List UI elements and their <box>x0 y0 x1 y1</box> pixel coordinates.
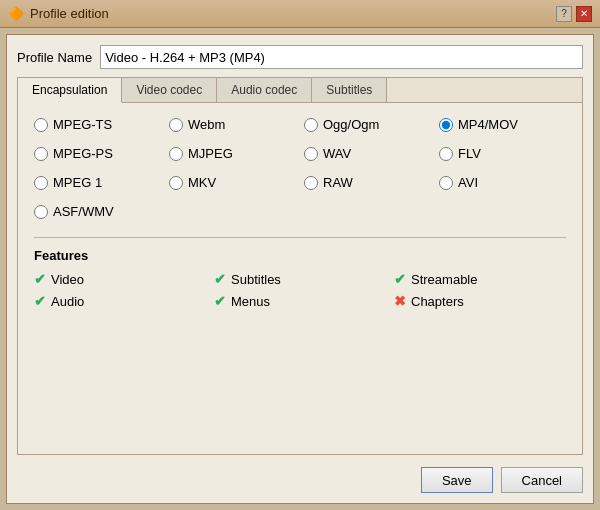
radio-mpeg-ps[interactable]: MPEG-PS <box>34 146 161 161</box>
feature-label-streamable: Streamable <box>411 272 477 287</box>
radio-webm[interactable]: Webm <box>169 117 296 132</box>
profile-name-label: Profile Name <box>17 50 92 65</box>
radio-raw[interactable]: RAW <box>304 175 431 190</box>
dialog-body: Profile Name Encapsulation Video codec A… <box>6 34 594 504</box>
radio-ogg-ogm[interactable]: Ogg/Ogm <box>304 117 431 132</box>
tab-bar: Encapsulation Video codec Audio codec Su… <box>18 78 582 103</box>
check-icon-video: ✔ <box>34 271 46 287</box>
vlc-icon: 🔶 <box>8 6 24 22</box>
radio-mp4-mov[interactable]: MP4/MOV <box>439 117 566 132</box>
check-icon-menus: ✔ <box>214 293 226 309</box>
feature-video: ✔ Video <box>34 271 206 287</box>
cross-icon-chapters: ✖ <box>394 293 406 309</box>
radio-mpeg-ts[interactable]: MPEG-TS <box>34 117 161 132</box>
close-button[interactable]: ✕ <box>576 6 592 22</box>
feature-label-subtitles: Subtitles <box>231 272 281 287</box>
radio-mpeg1[interactable]: MPEG 1 <box>34 175 161 190</box>
feature-subtitles: ✔ Subtitles <box>214 271 386 287</box>
features-grid: ✔ Video ✔ Subtitles ✔ Streamable <box>34 271 566 309</box>
tabs-container: Encapsulation Video codec Audio codec Su… <box>17 77 583 455</box>
feature-chapters: ✖ Chapters <box>394 293 566 309</box>
radio-mjpeg[interactable]: MJPEG <box>169 146 296 161</box>
feature-label-menus: Menus <box>231 294 270 309</box>
features-section: Features ✔ Video ✔ Subtitles ✔ <box>34 237 566 309</box>
radio-asf-wmv[interactable]: ASF/WMV <box>34 204 161 219</box>
profile-name-input[interactable] <box>100 45 583 69</box>
tab-content-encapsulation: MPEG-TS Webm Ogg/Ogm MP4/MOV MPEG-P <box>18 103 582 454</box>
check-icon-audio: ✔ <box>34 293 46 309</box>
tab-subtitles[interactable]: Subtitles <box>312 78 387 102</box>
feature-label-audio: Audio <box>51 294 84 309</box>
profile-name-row: Profile Name <box>17 45 583 69</box>
radio-avi[interactable]: AVI <box>439 175 566 190</box>
radio-grid: MPEG-TS Webm Ogg/Ogm MP4/MOV MPEG-P <box>34 117 566 219</box>
radio-wav[interactable]: WAV <box>304 146 431 161</box>
title-text: Profile edition <box>30 6 109 21</box>
feature-menus: ✔ Menus <box>214 293 386 309</box>
feature-audio: ✔ Audio <box>34 293 206 309</box>
radio-flv[interactable]: FLV <box>439 146 566 161</box>
feature-streamable: ✔ Streamable <box>394 271 566 287</box>
help-button[interactable]: ? <box>556 6 572 22</box>
tab-audio-codec[interactable]: Audio codec <box>217 78 312 102</box>
features-title: Features <box>34 248 566 263</box>
title-bar: 🔶 Profile edition ? ✕ <box>0 0 600 28</box>
bottom-buttons: Save Cancel <box>17 463 583 493</box>
feature-label-chapters: Chapters <box>411 294 464 309</box>
radio-mkv[interactable]: MKV <box>169 175 296 190</box>
cancel-button[interactable]: Cancel <box>501 467 583 493</box>
tab-video-codec[interactable]: Video codec <box>122 78 217 102</box>
tab-encapsulation[interactable]: Encapsulation <box>18 78 122 103</box>
check-icon-streamable: ✔ <box>394 271 406 287</box>
check-icon-subtitles: ✔ <box>214 271 226 287</box>
save-button[interactable]: Save <box>421 467 493 493</box>
feature-label-video: Video <box>51 272 84 287</box>
